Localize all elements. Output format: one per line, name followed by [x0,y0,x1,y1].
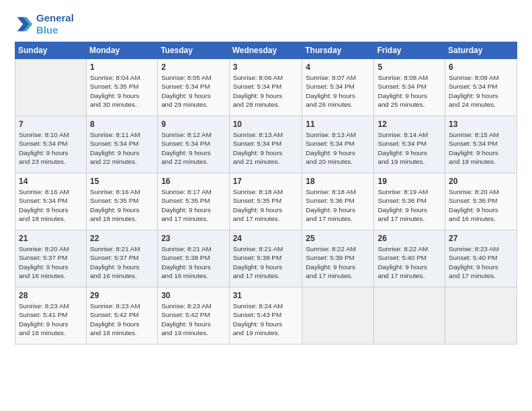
calendar-cell: 3Sunrise: 8:06 AM Sunset: 5:34 PM Daylig… [229,59,302,116]
day-of-week-header: Tuesday [158,42,229,59]
calendar-cell: 18Sunrise: 8:18 AM Sunset: 5:36 PM Dayli… [302,173,374,230]
calendar-week-row: 14Sunrise: 8:16 AM Sunset: 5:34 PM Dayli… [15,173,517,230]
day-number: 28 [19,290,83,301]
calendar-cell: 5Sunrise: 8:08 AM Sunset: 5:34 PM Daylig… [374,59,445,116]
day-number: 31 [233,290,299,301]
day-info: Sunrise: 8:07 AM Sunset: 5:34 PM Dayligh… [306,73,370,109]
day-info: Sunrise: 8:21 AM Sunset: 5:37 PM Dayligh… [90,244,154,280]
day-number: 17 [233,176,299,187]
day-info: Sunrise: 8:17 AM Sunset: 5:35 PM Dayligh… [161,187,225,223]
day-number: 7 [19,119,83,130]
calendar-table: SundayMondayTuesdayWednesdayThursdayFrid… [15,42,517,345]
calendar-cell: 30Sunrise: 8:23 AM Sunset: 5:42 PM Dayli… [158,287,229,345]
day-info: Sunrise: 8:23 AM Sunset: 5:41 PM Dayligh… [19,302,83,337]
day-info: Sunrise: 8:23 AM Sunset: 5:42 PM Dayligh… [90,302,154,337]
day-number: 27 [449,233,513,244]
day-number: 25 [306,233,370,244]
logo-icon [15,15,34,34]
day-number: 16 [161,176,225,187]
calendar-cell [445,287,517,345]
day-number: 29 [90,290,154,301]
day-info: Sunrise: 8:24 AM Sunset: 5:43 PM Dayligh… [233,302,299,337]
day-number: 19 [378,176,441,187]
day-number: 9 [161,119,225,130]
day-info: Sunrise: 8:13 AM Sunset: 5:34 PM Dayligh… [306,130,370,166]
day-info: Sunrise: 8:22 AM Sunset: 5:39 PM Dayligh… [306,244,370,280]
day-number: 24 [233,233,299,244]
calendar-cell [15,59,87,116]
calendar-cell: 31Sunrise: 8:24 AM Sunset: 5:43 PM Dayli… [229,287,302,345]
logo-text: General Blue [36,12,74,36]
calendar-cell: 14Sunrise: 8:16 AM Sunset: 5:34 PM Dayli… [15,173,87,230]
calendar-cell: 22Sunrise: 8:21 AM Sunset: 5:37 PM Dayli… [86,230,157,287]
calendar-cell: 10Sunrise: 8:13 AM Sunset: 5:34 PM Dayli… [229,116,302,173]
page: General Blue SundayMondayTuesdayWednesda… [0,0,532,411]
day-number: 8 [90,119,154,130]
calendar-week-row: 21Sunrise: 8:20 AM Sunset: 5:37 PM Dayli… [15,230,517,287]
calendar-cell: 26Sunrise: 8:22 AM Sunset: 5:40 PM Dayli… [374,230,445,287]
day-info: Sunrise: 8:05 AM Sunset: 5:34 PM Dayligh… [161,73,225,109]
calendar-cell [374,287,445,345]
day-info: Sunrise: 8:08 AM Sunset: 5:34 PM Dayligh… [378,73,441,109]
day-info: Sunrise: 8:12 AM Sunset: 5:34 PM Dayligh… [161,130,225,166]
day-info: Sunrise: 8:21 AM Sunset: 5:38 PM Dayligh… [233,244,299,280]
calendar-week-row: 1Sunrise: 8:04 AM Sunset: 5:35 PM Daylig… [15,59,517,116]
day-of-week-header: Wednesday [229,42,302,59]
header: General Blue [15,12,517,36]
day-info: Sunrise: 8:18 AM Sunset: 5:35 PM Dayligh… [233,187,299,223]
day-number: 18 [306,176,370,187]
calendar-cell: 20Sunrise: 8:20 AM Sunset: 5:36 PM Dayli… [445,173,517,230]
day-info: Sunrise: 8:18 AM Sunset: 5:36 PM Dayligh… [306,187,370,223]
day-number: 14 [19,176,83,187]
calendar-cell: 12Sunrise: 8:14 AM Sunset: 5:34 PM Dayli… [374,116,445,173]
day-number: 2 [161,62,225,73]
calendar-cell: 8Sunrise: 8:11 AM Sunset: 5:34 PM Daylig… [86,116,157,173]
day-number: 26 [378,233,441,244]
day-of-week-header: Saturday [445,42,517,59]
day-info: Sunrise: 8:14 AM Sunset: 5:34 PM Dayligh… [378,130,441,166]
calendar-cell: 2Sunrise: 8:05 AM Sunset: 5:34 PM Daylig… [158,59,229,116]
day-number: 5 [378,62,441,73]
day-info: Sunrise: 8:16 AM Sunset: 5:34 PM Dayligh… [19,187,83,223]
calendar-cell: 29Sunrise: 8:23 AM Sunset: 5:42 PM Dayli… [86,287,157,345]
day-info: Sunrise: 8:04 AM Sunset: 5:35 PM Dayligh… [90,73,154,109]
day-number: 30 [161,290,225,301]
day-info: Sunrise: 8:20 AM Sunset: 5:37 PM Dayligh… [19,244,83,280]
day-number: 12 [378,119,441,130]
day-number: 22 [90,233,154,244]
day-info: Sunrise: 8:21 AM Sunset: 5:38 PM Dayligh… [161,244,225,280]
day-info: Sunrise: 8:06 AM Sunset: 5:34 PM Dayligh… [233,73,299,109]
day-info: Sunrise: 8:23 AM Sunset: 5:40 PM Dayligh… [449,244,513,280]
calendar-cell: 21Sunrise: 8:20 AM Sunset: 5:37 PM Dayli… [15,230,87,287]
calendar-cell: 1Sunrise: 8:04 AM Sunset: 5:35 PM Daylig… [86,59,157,116]
day-number: 10 [233,119,299,130]
day-info: Sunrise: 8:16 AM Sunset: 5:35 PM Dayligh… [90,187,154,223]
day-of-week-header: Monday [86,42,157,59]
logo: General Blue [15,12,74,36]
calendar-cell: 9Sunrise: 8:12 AM Sunset: 5:34 PM Daylig… [158,116,229,173]
calendar-week-row: 28Sunrise: 8:23 AM Sunset: 5:41 PM Dayli… [15,287,517,345]
day-number: 23 [161,233,225,244]
day-number: 11 [306,119,370,130]
calendar-header-row: SundayMondayTuesdayWednesdayThursdayFrid… [15,42,517,59]
calendar-cell: 6Sunrise: 8:09 AM Sunset: 5:34 PM Daylig… [445,59,517,116]
day-info: Sunrise: 8:23 AM Sunset: 5:42 PM Dayligh… [161,302,225,337]
calendar-week-row: 7Sunrise: 8:10 AM Sunset: 5:34 PM Daylig… [15,116,517,173]
day-info: Sunrise: 8:15 AM Sunset: 5:34 PM Dayligh… [449,130,513,166]
calendar-cell: 19Sunrise: 8:19 AM Sunset: 5:36 PM Dayli… [374,173,445,230]
calendar-cell: 15Sunrise: 8:16 AM Sunset: 5:35 PM Dayli… [86,173,157,230]
day-info: Sunrise: 8:20 AM Sunset: 5:36 PM Dayligh… [449,187,513,223]
day-of-week-header: Thursday [302,42,374,59]
day-of-week-header: Friday [374,42,445,59]
calendar-cell: 16Sunrise: 8:17 AM Sunset: 5:35 PM Dayli… [158,173,229,230]
day-info: Sunrise: 8:10 AM Sunset: 5:34 PM Dayligh… [19,130,83,166]
calendar-cell: 11Sunrise: 8:13 AM Sunset: 5:34 PM Dayli… [302,116,374,173]
calendar-cell: 25Sunrise: 8:22 AM Sunset: 5:39 PM Dayli… [302,230,374,287]
day-info: Sunrise: 8:13 AM Sunset: 5:34 PM Dayligh… [233,130,299,166]
day-number: 13 [449,119,513,130]
day-info: Sunrise: 8:09 AM Sunset: 5:34 PM Dayligh… [449,73,513,109]
day-number: 6 [449,62,513,73]
calendar-cell: 7Sunrise: 8:10 AM Sunset: 5:34 PM Daylig… [15,116,87,173]
day-number: 3 [233,62,299,73]
day-number: 15 [90,176,154,187]
